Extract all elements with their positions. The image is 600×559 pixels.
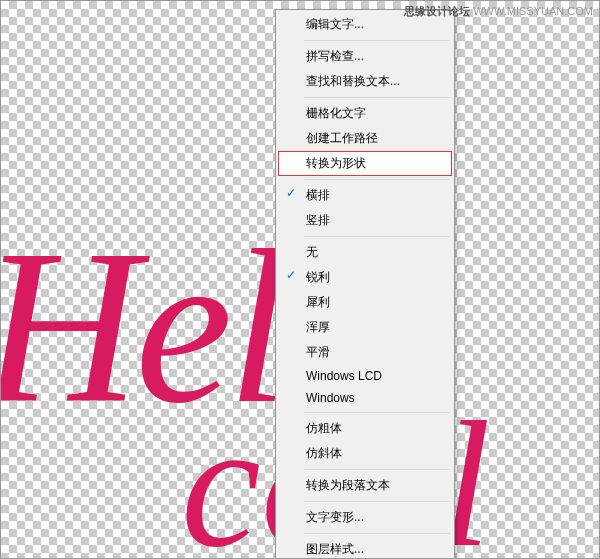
watermark-url: WWW.MISSYUAN.COM xyxy=(473,5,593,17)
menu-item-label: 栅格化文字 xyxy=(306,106,366,120)
menu-item[interactable]: ✓锐利 xyxy=(278,265,452,290)
menu-item[interactable]: Windows LCD xyxy=(278,365,452,387)
menu-item-label: 编辑文字... xyxy=(306,17,364,31)
menu-item-label: Windows LCD xyxy=(306,369,382,383)
menu-item[interactable]: 竖排 xyxy=(278,208,452,233)
menu-separator xyxy=(304,469,450,470)
context-menu: 编辑文字...拼写检查...查找和替换文本...栅格化文字创建工作路径转换为形状… xyxy=(275,9,455,559)
menu-item-label: 浑厚 xyxy=(306,320,330,334)
menu-item[interactable]: 拼写检查... xyxy=(278,44,452,69)
watermark-label: 思缘设计论坛 xyxy=(404,5,470,17)
menu-item[interactable]: 栅格化文字 xyxy=(278,101,452,126)
check-icon: ✓ xyxy=(284,268,298,282)
menu-item[interactable]: 转换为段落文本 xyxy=(278,473,452,498)
menu-item-label: 拼写检查... xyxy=(306,49,364,63)
watermark: 思缘设计论坛 WWW.MISSYUAN.COM xyxy=(404,4,593,19)
menu-item[interactable]: 无 xyxy=(278,240,452,265)
menu-item-label: Windows xyxy=(306,391,355,405)
menu-item-label: 犀利 xyxy=(306,295,330,309)
menu-item-label: 文字变形... xyxy=(306,510,364,524)
menu-item-label: 转换为形状 xyxy=(306,156,366,170)
menu-item[interactable]: ✓横排 xyxy=(278,183,452,208)
menu-item-label: 查找和替换文本... xyxy=(306,74,400,88)
menu-item[interactable]: 文字变形... xyxy=(278,505,452,530)
menu-item[interactable]: 仿斜体 xyxy=(278,441,452,466)
menu-item-label: 无 xyxy=(306,245,318,259)
menu-item-label: 仿粗体 xyxy=(306,421,342,435)
menu-item-label: 图层样式... xyxy=(306,542,364,556)
menu-separator xyxy=(304,501,450,502)
menu-item-label: 横排 xyxy=(306,188,330,202)
menu-item[interactable]: 仿粗体 xyxy=(278,416,452,441)
menu-item-label: 创建工作路径 xyxy=(306,131,378,145)
menu-separator xyxy=(304,40,450,41)
menu-item-label: 平滑 xyxy=(306,345,330,359)
menu-item[interactable]: 查找和替换文本... xyxy=(278,69,452,94)
menu-item-label: 竖排 xyxy=(306,213,330,227)
menu-item-label: 锐利 xyxy=(306,270,330,284)
menu-item-label: 仿斜体 xyxy=(306,446,342,460)
menu-item[interactable]: 平滑 xyxy=(278,340,452,365)
check-icon: ✓ xyxy=(284,186,298,200)
menu-item[interactable]: 犀利 xyxy=(278,290,452,315)
menu-item[interactable]: 创建工作路径 xyxy=(278,126,452,151)
menu-separator xyxy=(304,412,450,413)
menu-separator xyxy=(304,533,450,534)
menu-separator xyxy=(304,97,450,98)
menu-separator xyxy=(304,179,450,180)
menu-item[interactable]: 浑厚 xyxy=(278,315,452,340)
menu-item[interactable]: 转换为形状 xyxy=(278,151,452,176)
menu-item[interactable]: Windows xyxy=(278,387,452,409)
menu-separator xyxy=(304,236,450,237)
menu-item[interactable]: 图层样式... xyxy=(278,537,452,559)
menu-item-label: 转换为段落文本 xyxy=(306,478,390,492)
